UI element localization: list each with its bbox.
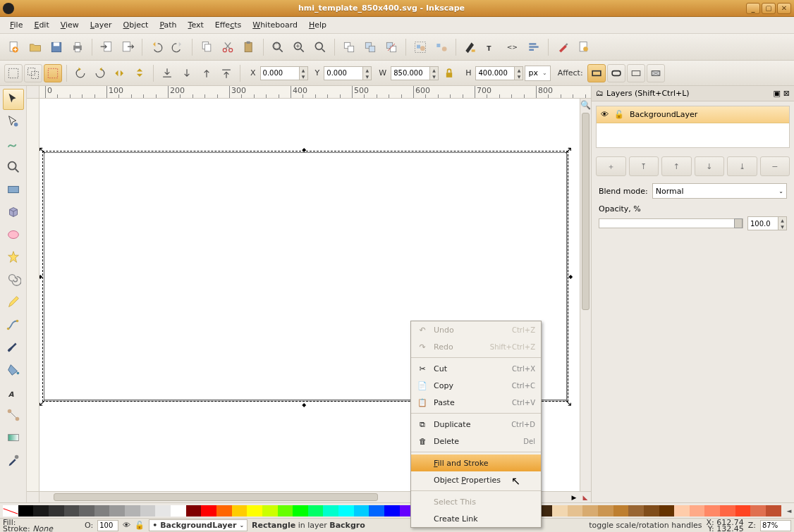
swatch[interactable] [79,505,94,516]
swatch[interactable] [613,505,629,516]
open-button[interactable] [25,37,45,57]
menu-whiteboard[interactable]: Whiteboard [247,18,303,32]
minimize-button[interactable]: _ [746,3,760,14]
ctx-object-properties[interactable]: Object Properties [411,471,541,488]
swatch[interactable] [125,505,140,516]
swatch[interactable] [109,505,125,516]
opacity-input[interactable]: ▲▼ [747,216,787,230]
lower-button[interactable] [178,64,196,82]
ctx-duplicate[interactable]: ⧉DuplicateCtrl+D [411,416,541,433]
selector-tool[interactable] [3,89,24,110]
ruler-horizontal[interactable]: 0100200300400500600700800 [39,86,591,99]
handle-se[interactable]: ↘ [564,399,571,406]
menu-object[interactable]: Object [118,18,154,32]
menu-view[interactable]: View [55,18,85,32]
color-palette[interactable] [3,505,781,516]
affect-stroke-button[interactable] [587,64,606,82]
bucket-tool[interactable] [3,359,24,381]
ctx-create-link[interactable]: Create Link [411,510,541,527]
zoom-input[interactable] [760,520,791,531]
swatch[interactable] [232,505,248,516]
status-eye-icon[interactable]: 👁 [123,521,130,530]
xml-button[interactable]: <> [503,37,523,57]
maximize-button[interactable]: ▢ [762,3,776,14]
pencil-tool[interactable] [3,292,24,313]
undo-button[interactable] [147,37,166,57]
rotate-cw-button[interactable] [91,64,109,82]
deselect-button[interactable] [44,64,62,82]
flip-v-button[interactable] [130,64,149,82]
lower-bottom-button[interactable] [158,64,176,82]
swatch[interactable] [659,505,675,516]
swatch[interactable] [140,505,156,516]
lock-aspect-button[interactable] [440,64,458,82]
prefs-button[interactable] [553,37,573,57]
swatch[interactable] [582,505,598,516]
swatch[interactable] [384,505,400,516]
menu-edit[interactable]: Edit [28,18,54,32]
redo-button[interactable] [168,37,188,57]
import-button[interactable] [97,37,116,57]
clone-button[interactable] [360,37,380,57]
ctx-cut[interactable]: ✂CutCtrl+X [411,360,541,377]
swatch[interactable] [18,505,34,516]
swatch[interactable] [49,505,64,516]
fill-stroke-indicator[interactable]: Fill: Stroke: None [3,519,80,532]
swatch[interactable] [64,505,80,516]
layer-up-button[interactable]: ↑ [661,156,692,176]
affect-corners-button[interactable] [607,64,625,82]
ungroup-button[interactable] [432,37,451,57]
layer-row[interactable]: 👁 🔓 BackgroundLayer [597,106,789,123]
menu-effects[interactable]: Effects [209,18,247,32]
menu-file[interactable]: File [4,18,28,32]
h-input[interactable]: ▲▼ [475,66,523,80]
handle-s[interactable]: ⬥ [300,400,307,407]
connector-tool[interactable] [3,404,24,426]
rect-tool[interactable] [3,179,24,200]
node-tool[interactable] [3,111,24,132]
new-button[interactable] [4,37,24,57]
ctx-delete[interactable]: 🗑DeleteDel [411,433,541,450]
ruler-vertical[interactable] [27,99,39,491]
raise-button[interactable] [197,64,216,82]
menu-layer[interactable]: Layer [85,18,118,32]
status-layer-select[interactable]: •BackgroundLayer⌄ [149,519,248,531]
zoom-page-button[interactable] [310,37,330,57]
swatch[interactable] [568,505,583,516]
text-tool[interactable]: A [3,382,24,403]
panel-close-button[interactable]: ⊠ [783,89,790,98]
swatch[interactable] [308,505,324,516]
swatch[interactable] [201,505,216,516]
layer-remove-button[interactable]: − [760,156,790,176]
swatch[interactable] [720,505,735,516]
group-button[interactable] [410,37,430,57]
swatch[interactable] [750,505,766,516]
swatch[interactable] [674,505,690,516]
select-all-button[interactable] [4,64,23,82]
align-button[interactable] [524,37,544,57]
handle-n[interactable]: ⬥ [300,145,307,152]
swatch[interactable] [293,505,308,516]
scroll-right-icon[interactable]: ▶ [568,492,580,502]
swatch[interactable] [354,505,369,516]
unlink-clone-button[interactable] [381,37,401,57]
zoom-icon[interactable]: 🔍 [580,100,591,110]
tweak-tool[interactable] [3,134,24,155]
x-input[interactable]: ▲▼ [260,66,308,80]
swatch[interactable] [262,505,278,516]
swatch[interactable] [155,505,171,516]
swatch[interactable] [94,505,110,516]
handle-e[interactable]: ⬥ [567,272,574,279]
panel-undock-button[interactable]: ▣ [773,89,780,98]
swatch[interactable] [690,505,705,516]
swatch[interactable] [323,505,338,516]
handle-w[interactable]: ⬥ [39,272,44,279]
y-input[interactable]: ▲▼ [324,66,372,80]
swatch[interactable] [766,505,781,516]
menu-text[interactable]: Text [183,18,209,32]
3dbox-tool[interactable] [3,202,24,223]
swatch[interactable] [628,505,644,516]
blend-mode-select[interactable]: Normal⌄ [652,183,787,199]
star-tool[interactable] [3,247,24,268]
swatch[interactable] [171,505,186,516]
